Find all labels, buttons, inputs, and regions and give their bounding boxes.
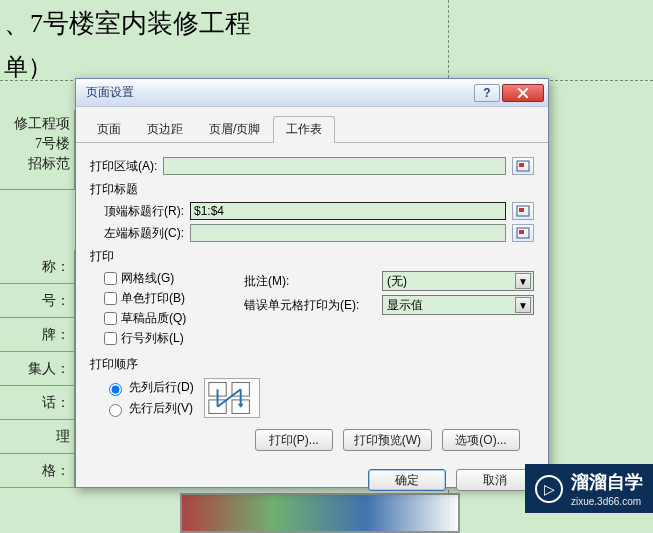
table-cell: 号： bbox=[0, 284, 75, 318]
chevron-down-icon: ▼ bbox=[515, 273, 531, 289]
order-down-radio-row[interactable]: 先列后行(D) bbox=[104, 379, 194, 396]
order-over-radio[interactable] bbox=[109, 404, 122, 417]
collapse-dialog-icon bbox=[516, 160, 530, 172]
draft-checkbox[interactable] bbox=[104, 312, 117, 325]
svg-rect-5 bbox=[519, 230, 524, 234]
errors-value: 显示值 bbox=[387, 297, 423, 314]
range-select-button[interactable] bbox=[512, 224, 534, 242]
table-cell: 称： bbox=[0, 250, 75, 284]
dialog-title: 页面设置 bbox=[86, 84, 134, 101]
top-row-label: 顶端标题行(R): bbox=[104, 203, 184, 220]
print-area-input[interactable] bbox=[163, 157, 506, 175]
print-area-label: 打印区域(A): bbox=[90, 158, 157, 175]
draft-label: 草稿品质(Q) bbox=[121, 310, 186, 327]
draft-checkbox-row[interactable]: 草稿品质(Q) bbox=[104, 310, 224, 327]
print-button[interactable]: 打印(P)... bbox=[255, 429, 333, 451]
left-col-input[interactable] bbox=[190, 224, 506, 242]
collapse-dialog-icon bbox=[516, 205, 530, 217]
order-over-label: 先行后列(V) bbox=[129, 400, 193, 417]
dialog-titlebar[interactable]: 页面设置 ? bbox=[76, 79, 548, 107]
tab-margins[interactable]: 页边距 bbox=[134, 116, 196, 143]
comments-select[interactable]: (无) ▼ bbox=[382, 271, 534, 291]
table-cell: 理 bbox=[0, 420, 75, 454]
ok-button[interactable]: 确定 bbox=[368, 469, 446, 491]
gridlines-checkbox-row[interactable]: 网格线(G) bbox=[104, 270, 224, 287]
left-label-column: 修工程项 7号楼 招标范 称： 号： 牌： 集人： 话： 理 格： bbox=[0, 110, 75, 488]
bw-checkbox-row[interactable]: 单色打印(B) bbox=[104, 290, 224, 307]
table-cell: 格： bbox=[0, 454, 75, 488]
options-button[interactable]: 选项(O)... bbox=[442, 429, 520, 451]
errors-label: 错误单元格打印为(E): bbox=[244, 297, 374, 314]
svg-rect-1 bbox=[519, 163, 524, 167]
table-cell: 修工程项 7号楼 招标范 bbox=[0, 110, 75, 190]
table-cell: 牌： bbox=[0, 318, 75, 352]
svg-rect-3 bbox=[519, 208, 524, 212]
help-button[interactable]: ? bbox=[474, 84, 500, 102]
print-order-icon bbox=[204, 378, 260, 418]
play-icon: ▷ bbox=[535, 475, 563, 503]
cancel-button[interactable]: 取消 bbox=[456, 469, 534, 491]
comments-label: 批注(M): bbox=[244, 273, 374, 290]
order-down-radio[interactable] bbox=[109, 383, 122, 396]
order-down-label: 先列后行(D) bbox=[129, 379, 194, 396]
dialog-body: 打印区域(A): 打印标题 顶端标题行(R): 左端标题列(C): bbox=[76, 143, 548, 457]
bw-checkbox[interactable] bbox=[104, 292, 117, 305]
tab-page[interactable]: 页面 bbox=[84, 116, 134, 143]
tab-sheet[interactable]: 工作表 bbox=[273, 116, 335, 143]
gridlines-label: 网格线(G) bbox=[121, 270, 174, 287]
order-over-radio-row[interactable]: 先行后列(V) bbox=[104, 400, 194, 417]
page-setup-dialog: 页面设置 ? 页面 页边距 页眉/页脚 工作表 打印区域(A): 打印标题 顶端… bbox=[75, 78, 549, 488]
range-select-button[interactable] bbox=[512, 202, 534, 220]
gridlines-checkbox[interactable] bbox=[104, 272, 117, 285]
chevron-down-icon: ▼ bbox=[515, 297, 531, 313]
rowcol-checkbox-row[interactable]: 行号列标(L) bbox=[104, 330, 224, 347]
errors-select[interactable]: 显示值 ▼ bbox=[382, 295, 534, 315]
order-group-label: 打印顺序 bbox=[90, 356, 534, 373]
watermark: ▷ 溜溜自学 zixue.3d66.com bbox=[525, 464, 653, 513]
top-row-input[interactable] bbox=[190, 202, 506, 220]
range-select-button[interactable] bbox=[512, 157, 534, 175]
tab-header-footer[interactable]: 页眉/页脚 bbox=[196, 116, 273, 143]
rowcol-label: 行号列标(L) bbox=[121, 330, 184, 347]
left-col-label: 左端标题列(C): bbox=[104, 225, 184, 242]
table-cell: 集人： bbox=[0, 352, 75, 386]
collapse-dialog-icon bbox=[516, 227, 530, 239]
print-titles-group-label: 打印标题 bbox=[90, 181, 534, 198]
tab-strip: 页面 页边距 页眉/页脚 工作表 bbox=[76, 107, 548, 143]
rowcol-checkbox[interactable] bbox=[104, 332, 117, 345]
close-icon bbox=[517, 87, 529, 99]
comments-value: (无) bbox=[387, 273, 407, 290]
table-cell: 话： bbox=[0, 386, 75, 420]
watermark-text: 溜溜自学 bbox=[571, 472, 643, 492]
bw-label: 单色打印(B) bbox=[121, 290, 185, 307]
print-preview-button[interactable]: 打印预览(W) bbox=[343, 429, 432, 451]
close-button[interactable] bbox=[502, 84, 544, 102]
print-group-label: 打印 bbox=[90, 248, 534, 265]
watermark-sub: zixue.3d66.com bbox=[571, 496, 643, 507]
